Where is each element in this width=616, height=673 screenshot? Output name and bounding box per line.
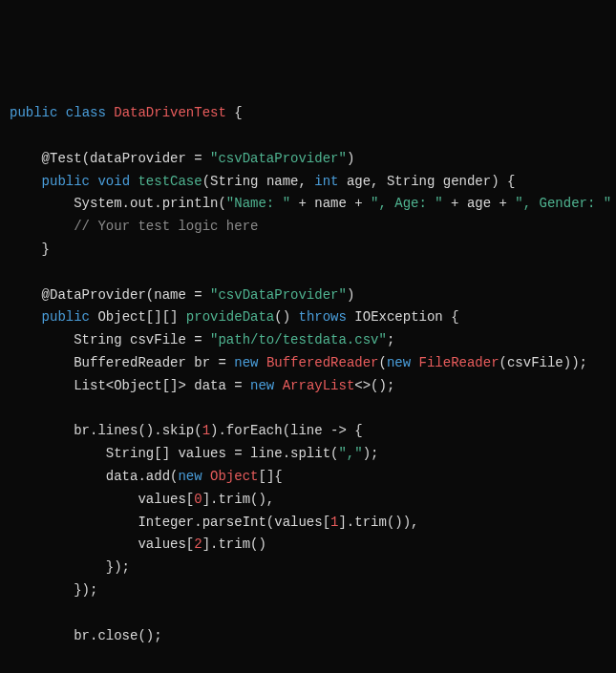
kw-throws: throws [299,309,347,325]
cls: FileReader [419,355,499,370]
stmt: br.close(); [10,628,162,643]
args: age, String gender) { [339,174,516,189]
annotation-test: @Test [42,151,82,166]
args: () [274,309,298,325]
paren: ) [347,151,354,166]
semi: ; [387,332,394,347]
str: "path/to/testdata.csv" [210,332,387,347]
annotation-dataprovider: @DataProvider [42,287,146,303]
method-name: testCase [138,174,202,189]
kw-public: public [10,105,57,120]
decl: List<Object[]> data = [10,378,250,393]
exc-type: IOException [354,309,442,325]
stmt: ); [363,446,379,461]
class-name: DataDrivenTest [114,105,226,120]
kw-new: new [234,355,258,370]
kw-new: new [178,469,202,484]
kw-new: new [250,378,274,393]
cls: BufferedReader [266,355,379,370]
stmt: []{ [258,469,282,484]
num: 1 [202,423,210,438]
cls: ArrayList [283,378,355,393]
brace: } [10,242,50,257]
num: 2 [194,536,202,552]
brace: }); [10,582,97,598]
comment: // Your test logic here [74,219,258,234]
stmt: ].trim(), [202,492,275,507]
str: ", Gender: " [515,196,611,211]
kw-class: class [66,105,106,120]
ret-type: Object[][] [97,309,178,325]
str: "csvDataProvider" [210,287,347,303]
brace: { [226,105,243,120]
ann-args: (name = [146,287,210,303]
str: "csvDataProvider" [210,151,347,166]
kw-new: new [387,355,411,370]
code-block: public class DataDrivenTest { @Test(data… [10,102,606,673]
decl: BufferedReader br = [10,355,234,370]
str: ", Age: " [371,196,443,211]
stmt: ].trim()), [338,515,418,530]
kw-public: public [42,309,90,325]
stmt: values[ [10,492,194,507]
args: (String name, [202,174,315,189]
expr: ( [379,355,387,370]
stmt: ).forEach(line -> { [210,423,363,438]
kw-public: public [42,174,90,189]
str: "," [338,446,362,461]
method-name: provideData [186,309,274,325]
num: 0 [194,492,202,507]
paren: ) [347,287,354,303]
expr: <>(); [354,378,394,393]
brace: }); [10,559,130,575]
str: "Name: " [226,196,290,211]
stmt: System.out.println( [10,196,226,211]
expr: + gender); [611,196,616,211]
kw-int: int [314,174,338,189]
stmt: data.add( [10,469,178,484]
expr: (csvFile)); [499,355,587,370]
stmt: String[] values = line.split( [10,446,338,461]
cls: Object [210,469,258,484]
stmt: ].trim() [202,536,266,552]
expr: + name + [290,196,371,211]
decl: String csvFile = [10,332,210,347]
expr: + age + [443,196,516,211]
stmt: Integer.parseInt(values[ [10,515,330,530]
kw-void: void [97,174,130,189]
brace: { [443,309,459,325]
stmt: values[ [10,536,194,552]
stmt: br.lines().skip( [10,423,202,438]
ann-args: (dataProvider = [82,151,210,166]
